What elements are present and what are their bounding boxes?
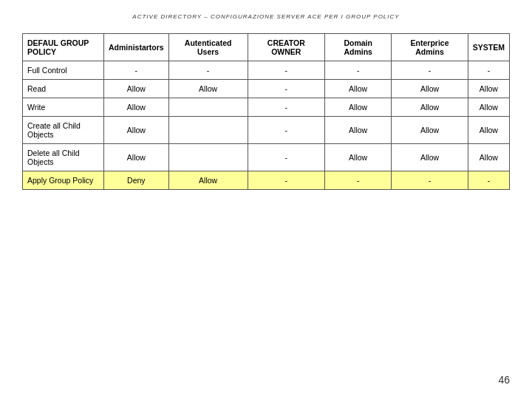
row-label: Read [23, 80, 104, 98]
cell-value: - [168, 61, 248, 80]
page-number: 46 [498, 374, 510, 386]
cell-value: Allow [325, 98, 392, 117]
row-label: Apply Group Policy [23, 171, 104, 190]
cell-value: Allow [392, 80, 468, 98]
col-header-policy: DEFAUL GROUP POLICY [23, 34, 104, 61]
cell-value: - [468, 171, 509, 190]
cell-value: - [325, 171, 392, 190]
table-row: WriteAllow-AllowAllowAllow [23, 98, 510, 117]
cell-value: Allow [468, 98, 509, 117]
cell-value: - [468, 61, 509, 80]
cell-value: Allow [168, 171, 248, 190]
col-header-domain-admins: Domain Admins [325, 34, 392, 61]
table-row: Delete all Child ObjectsAllow-AllowAllow… [23, 144, 510, 171]
cell-value: Allow [325, 80, 392, 98]
row-label: Full Control [23, 61, 104, 80]
cell-value: - [248, 171, 325, 190]
cell-value: Allow [468, 80, 509, 98]
cell-value [168, 144, 248, 171]
col-header-enterprise-admins: Enterprice Admins [392, 34, 468, 61]
cell-value: - [248, 98, 325, 117]
cell-value: - [104, 61, 169, 80]
cell-value: - [248, 61, 325, 80]
cell-value: - [248, 117, 325, 144]
cell-value: Allow [104, 98, 169, 117]
cell-value: Allow [104, 117, 169, 144]
cell-value: Allow [392, 117, 468, 144]
cell-value [168, 117, 248, 144]
table-wrapper: DEFAUL GROUP POLICY Administartors Auten… [22, 33, 510, 190]
page-title: ACTIVE DIRECTORY – CONFIGURAZIONE SERVER… [0, 13, 532, 20]
permissions-table: DEFAUL GROUP POLICY Administartors Auten… [22, 33, 510, 190]
cell-value [168, 98, 248, 117]
cell-value: Allow [392, 144, 468, 171]
col-header-creator-owner: CREATOR OWNER [248, 34, 325, 61]
col-header-system: SYSTEM [468, 34, 509, 61]
cell-value: Allow [104, 144, 169, 171]
table-row: Create all Child ObjectsAllow-AllowAllow… [23, 117, 510, 144]
cell-value: - [392, 171, 468, 190]
table-row: Full Control------ [23, 61, 510, 80]
cell-value: Allow [392, 98, 468, 117]
cell-value: Allow [104, 80, 169, 98]
table-row: ReadAllowAllow-AllowAllowAllow [23, 80, 510, 98]
col-header-admins: Administartors [104, 34, 169, 61]
row-label: Write [23, 98, 104, 117]
row-label: Create all Child Objects [23, 117, 104, 144]
col-header-auth-users: Autenticated Users [168, 34, 248, 61]
cell-value: Allow [325, 117, 392, 144]
cell-value: - [248, 144, 325, 171]
cell-value: Allow [325, 144, 392, 171]
cell-value: Allow [168, 80, 248, 98]
table-header-row: DEFAUL GROUP POLICY Administartors Auten… [23, 34, 510, 61]
table-row: Apply Group PolicyDenyAllow---- [23, 171, 510, 190]
cell-value: Deny [104, 171, 169, 190]
row-label: Delete all Child Objects [23, 144, 104, 171]
cell-value: - [325, 61, 392, 80]
cell-value: - [248, 80, 325, 98]
cell-value: Allow [468, 144, 509, 171]
cell-value: - [392, 61, 468, 80]
cell-value: Allow [468, 117, 509, 144]
